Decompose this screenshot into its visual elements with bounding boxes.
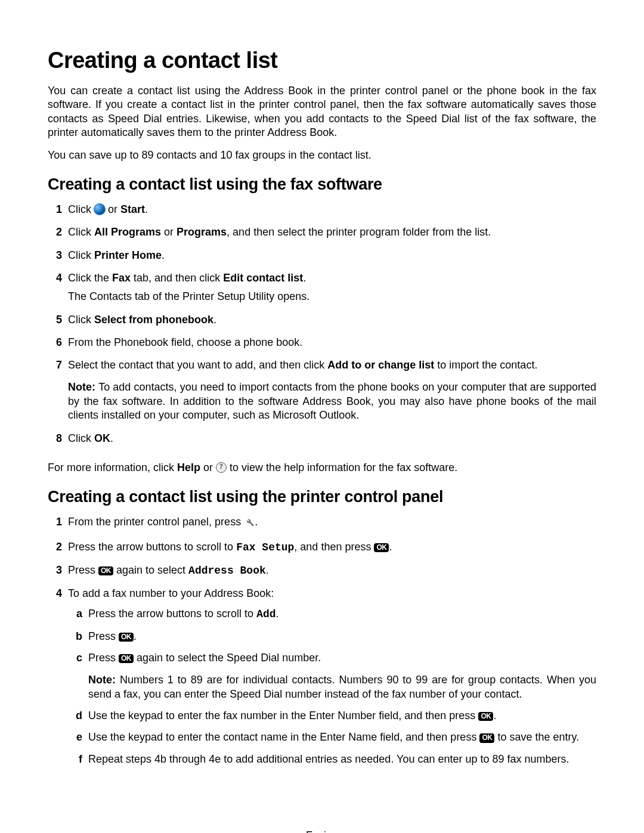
substeps: Press the arrow buttons to scroll to Add… xyxy=(68,606,596,773)
text: Click the xyxy=(68,272,112,284)
mono-text: Fax Setup xyxy=(236,541,294,553)
outro-paragraph: For more information, click Help or to v… xyxy=(48,461,596,475)
substep-b: Press OK. xyxy=(68,629,596,651)
step-8: Click OK. xyxy=(48,431,596,454)
text: or xyxy=(161,226,177,238)
bold: Printer Home xyxy=(94,249,162,261)
ok-button-icon: OK xyxy=(479,733,494,742)
ok-button-icon: OK xyxy=(119,633,134,642)
text: , and then press xyxy=(294,541,374,553)
bold: Programs xyxy=(177,226,227,238)
text: to import the contact. xyxy=(434,359,537,371)
footer-chapter-name: Faxing xyxy=(306,829,338,833)
section-heading-fax-software: Creating a contact list using the fax so… xyxy=(48,175,596,194)
note-label: Note: xyxy=(88,674,120,686)
text: or xyxy=(200,462,216,473)
substep-a: Press the arrow buttons to scroll to Add… xyxy=(68,606,596,628)
note-label: Note: xyxy=(68,381,98,393)
substep-f: Repeat steps 4b through 4e to add additi… xyxy=(68,752,596,773)
bold: Edit contact list xyxy=(223,272,303,284)
bold-start: Start xyxy=(120,203,145,215)
text: To add a fax number to your Address Book… xyxy=(68,587,274,599)
step-2: Press the arrow buttons to scroll to Fax… xyxy=(48,540,596,563)
substep-d: Use the keypad to enter the fax number i… xyxy=(68,708,596,730)
text: Press the arrow buttons to scroll to xyxy=(68,541,236,553)
text: For more information, click xyxy=(48,462,177,473)
note-text: Numbers 1 to 89 are for individual conta… xyxy=(88,674,596,699)
bold: Fax xyxy=(112,272,131,284)
text: Click xyxy=(68,249,94,261)
step-3: Press OK again to select Address Book. xyxy=(48,563,596,586)
step-4: To add a fax number to your Address Book… xyxy=(48,586,596,782)
text: again to select xyxy=(113,564,188,576)
steps-fax-software: Click or Start. Click All Programs or Pr… xyxy=(48,202,596,454)
step-1: From the printer control panel, press . xyxy=(48,515,596,539)
ok-button-icon: OK xyxy=(478,712,493,721)
windows-start-orb-icon xyxy=(94,204,105,215)
bold: Add to or change list xyxy=(327,359,434,371)
step-7: Select the contact that you want to add,… xyxy=(48,358,596,431)
sub-paragraph: The Contacts tab of the Printer Setup Ut… xyxy=(68,290,596,304)
steps-control-panel: From the printer control panel, press . … xyxy=(48,515,596,782)
text: Press xyxy=(88,630,119,642)
page-footer: Faxing 70 xyxy=(48,829,596,833)
intro-paragraph-1: You can create a contact list using the … xyxy=(48,84,596,140)
substep-e: Use the keypad to enter the contact name… xyxy=(68,730,596,751)
text: Click xyxy=(68,432,94,444)
text: , and then select the printer program fo… xyxy=(227,226,491,238)
text: Click xyxy=(68,226,94,238)
text: Select the contact that you want to add,… xyxy=(68,359,327,371)
note-text: To add contacts, you need to import cont… xyxy=(68,381,596,421)
mono-text: Add xyxy=(256,608,275,620)
text: again to select the Speed Dial number. xyxy=(134,652,321,664)
text: Press the arrow buttons to scroll to xyxy=(88,608,256,620)
note-block: Note: To add contacts, you need to impor… xyxy=(68,380,596,422)
page-title: Creating a contact list xyxy=(48,48,596,73)
text: Use the keypad to enter the fax number i… xyxy=(88,710,478,721)
substep-c: Press OK again to select the Speed Dial … xyxy=(68,651,596,708)
section-heading-control-panel: Creating a contact list using the printe… xyxy=(48,488,596,506)
step-3: Click Printer Home. xyxy=(48,248,596,271)
text: tab, and then click xyxy=(131,272,223,284)
ok-button-icon: OK xyxy=(119,654,134,663)
step-2: Click All Programs or Programs, and then… xyxy=(48,225,596,247)
step-5: Click Select from phonebook. xyxy=(48,312,596,335)
ok-button-icon: OK xyxy=(98,566,113,575)
step-4: Click the Fax tab, and then click Edit c… xyxy=(48,271,596,312)
help-icon xyxy=(216,462,227,473)
text: or xyxy=(105,203,120,215)
text: From the printer control panel, press xyxy=(68,516,244,528)
bold: OK xyxy=(94,432,110,444)
step-1: Click or Start. xyxy=(48,202,596,225)
step-6: From the Phonebook field, choose a phone… xyxy=(48,335,596,358)
text: Use the keypad to enter the contact name… xyxy=(88,731,479,743)
bold: Help xyxy=(177,462,200,473)
bold: All Programs xyxy=(94,226,161,238)
text: Click xyxy=(68,203,94,215)
note-block: Note: Numbers 1 to 89 are for individual… xyxy=(88,673,596,701)
text: to view the help information for the fax… xyxy=(227,462,457,473)
wrench-icon xyxy=(244,516,255,531)
mono-text: Address Book xyxy=(188,565,266,577)
text: Click xyxy=(68,314,94,326)
bold: Select from phonebook xyxy=(94,314,213,326)
text: Press xyxy=(88,652,119,664)
text: Press xyxy=(68,564,98,576)
document-page: Creating a contact list You can create a… xyxy=(0,0,644,833)
ok-button-icon: OK xyxy=(374,543,389,552)
text: to save the entry. xyxy=(494,731,579,743)
intro-paragraph-2: You can save up to 89 contacts and 10 fa… xyxy=(48,148,596,162)
